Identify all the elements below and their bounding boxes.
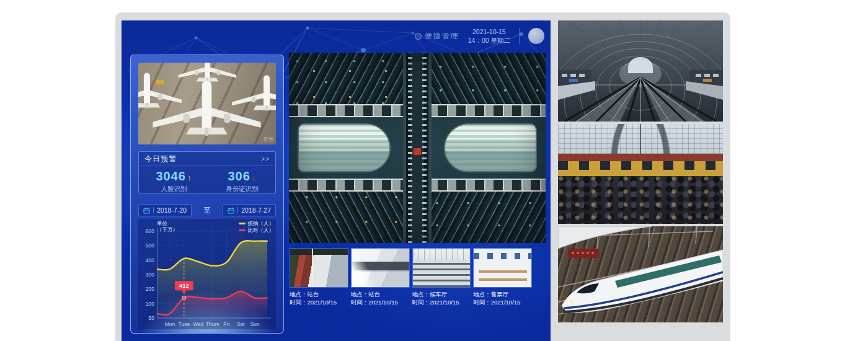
date-filter-row: 2018-7-20 至 2018-7-27 [138,204,276,216]
right-photo-column [558,20,723,325]
svg-text:200: 200 [146,286,154,292]
stat-face-recognition: 3046↑ 人脸识别 [156,169,192,193]
camera-location: 地点：候车厅 [412,290,471,298]
svg-text:100: 100 [146,301,154,307]
photo-airport-apron: 豆包 [138,63,276,144]
alert-box: 今日预警 >> 3046↑ 人脸识别 306↓ 身份证识别 [138,151,276,193]
alert-title: 今日预警 [144,154,177,164]
legend-swatch [239,223,246,224]
datetime: 2021-10-15 14：00 星期二 [468,27,510,45]
yellow-red-train [558,154,723,175]
svg-text:500: 500 [146,242,154,249]
camera-thumbnail-row: 地点：站台 时间：2021/10/15 地点：站台 时间：2021/10/15 … [290,248,532,306]
svg-text:Thurs: Thurs [206,321,219,327]
calendar-icon [228,207,234,214]
legend-item: 比对（人） [239,227,275,234]
camera-location: 地点：站台 [290,290,348,298]
camera-card-1: 地点：站台 时间：2021/10/15 [290,248,348,306]
side-panel: 豆包 今日预警 >> 3046↑ 人脸识别 306↓ [130,55,284,334]
app-title: 便捷管理 [425,31,459,42]
train-illustration [558,226,723,322]
svg-text:Wed: Wed [193,321,204,327]
camera-feed-waiting-hall[interactable] [412,248,471,288]
camera-time: 时间：2021/10/15 [412,298,471,306]
svg-text:50: 50 [149,315,155,321]
trainshed-illustration [558,20,723,122]
camera-card-2: 地点：站台 时间：2021/10/15 [351,248,410,306]
camera-feed-platform-train[interactable] [290,248,348,288]
header-time: 14：00 星期二 [468,36,510,45]
svg-text:Sun: Sun [250,321,259,327]
aircraft-illustration [138,63,276,144]
button-divider [237,207,238,213]
end-date-value: 2018-7-27 [241,206,271,214]
brand-logo-icon [415,33,422,40]
photo-crowded-platform [558,124,723,224]
photo-high-speed-train [558,226,723,322]
camera-time: 时间：2021/10/15 [290,298,348,306]
stat-id-recognition: 306↓ 身份证识别 [226,169,259,193]
alert-more-button[interactable]: >> [261,156,270,162]
svg-text:300: 300 [146,272,154,278]
brand: 便捷管理 [415,31,459,42]
calendar-icon [143,207,150,214]
photo-main-station-aerial [289,53,546,243]
header-divider [519,28,520,44]
glass-roof [558,124,723,154]
camera-card-4: 地点：售票厅 时间：2021/10/15 [473,248,532,306]
legend-swatch [239,229,246,231]
trend-down-icon: ↓ [252,173,257,182]
svg-text:400: 400 [146,257,154,264]
page: 便捷管理 2021-10-15 14：00 星期二 [0,0,868,341]
svg-text:600: 600 [146,228,154,234]
start-date-value: 2018-7-20 [157,206,187,214]
dashboard: 便捷管理 2021-10-15 14：00 星期二 [122,20,551,341]
photo-watermark: 豆包 [264,136,273,143]
trend-up-icon: ↑ [187,173,192,182]
camera-card-3: 地点：候车厅 时间：2021/10/15 [412,248,471,306]
aerial-vignette [289,53,546,243]
stat-value: 306 [228,169,250,183]
svg-text:Fri: Fri [223,321,229,327]
crowd-texture [558,176,723,224]
date-range-separator: 至 [204,206,211,215]
legend-item: 抓拍（人） [239,220,275,227]
chart-unit-label: 单位 （千万） [157,220,178,232]
camera-feed-ticket-hall[interactable] [473,248,532,288]
camera-location: 地点：站台 [351,290,410,298]
date-picker-end[interactable]: 2018-7-27 [223,204,276,216]
header: 便捷管理 2021-10-15 14：00 星期二 [122,20,551,51]
camera-time: 时间：2021/10/15 [473,298,532,306]
button-divider [153,207,154,213]
photo-arched-trainshed [558,20,723,122]
camera-location: 地点：售票厅 [473,290,532,298]
trend-chart: 单位 （千万） 抓拍（人）比对（人） 60050040030020010050M… [138,219,276,329]
chart-legend: 抓拍（人）比对（人） [239,220,275,234]
svg-text:412: 412 [179,282,189,289]
svg-text:Sat: Sat [237,321,245,327]
user-avatar[interactable] [528,28,544,44]
legend-label: 比对（人） [248,227,275,234]
camera-feed-screen-doors[interactable] [351,248,410,288]
stat-label: 人脸识别 [156,185,192,193]
svg-text:Mon: Mon [165,321,175,327]
svg-text:Tues: Tues [179,321,190,327]
stat-label: 身份证识别 [226,185,259,193]
header-date: 2021-10-15 [468,27,510,36]
date-picker-start[interactable]: 2018-7-20 [138,204,192,216]
stat-value: 3046 [156,169,186,183]
camera-time: 时间：2021/10/15 [351,298,410,306]
trend-chart-canvas: 60050040030020010050MonTuesWedThursFriSa… [138,219,277,329]
